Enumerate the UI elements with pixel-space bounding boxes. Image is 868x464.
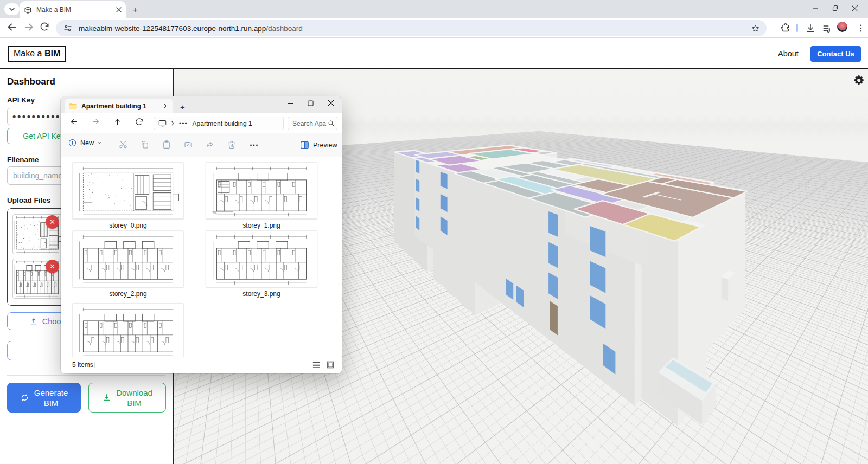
svg-text:1:100: 1:100	[213, 212, 217, 215]
